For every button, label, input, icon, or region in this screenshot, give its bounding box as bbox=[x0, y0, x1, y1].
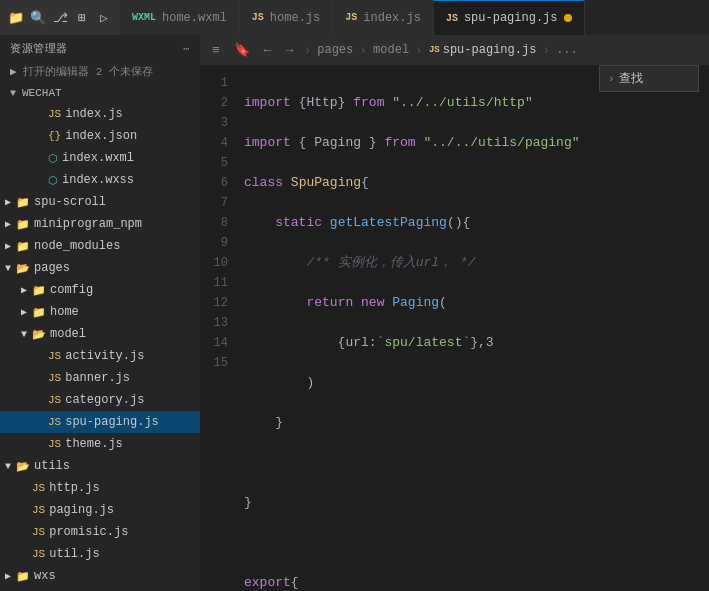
list-item[interactable]: ▼ 📂 pages bbox=[0, 257, 200, 279]
folder-icon: 📂 bbox=[16, 460, 30, 473]
breadcrumb-model[interactable]: model bbox=[373, 43, 409, 57]
tab-label: home.js bbox=[270, 11, 320, 25]
folder-icon: 📁 bbox=[32, 306, 46, 319]
tab-label: index.js bbox=[363, 11, 421, 25]
folder-label: model bbox=[50, 327, 86, 341]
code-line: export{ bbox=[244, 573, 709, 591]
nav-sep: › bbox=[415, 43, 423, 58]
sidebar: 资源管理器 ⋯ ▶ 打开的编辑器 2 个未保存 ▼ WECHAT JS inde… bbox=[0, 35, 200, 591]
open-editors-label: ▶ 打开的编辑器 2 个未保存 bbox=[0, 62, 200, 83]
list-item[interactable]: ▶ 📁 home bbox=[0, 301, 200, 323]
search-label: 查找 bbox=[619, 70, 643, 87]
js-file-icon: JS bbox=[446, 13, 458, 24]
code-editor[interactable]: import {Http} from "../../utils/http" im… bbox=[236, 65, 709, 591]
wxml-file-icon: ⬡ bbox=[48, 152, 58, 165]
folder-label: spu-scroll bbox=[34, 195, 106, 209]
debug-icon[interactable]: ▷ bbox=[96, 10, 112, 26]
collapse-arrow: ▶ bbox=[0, 240, 16, 252]
folder-icon: 📁 bbox=[16, 240, 30, 253]
js-file-icon: JS bbox=[345, 12, 357, 23]
file-label: index.wxml bbox=[62, 151, 134, 165]
wechat-section[interactable]: ▼ WECHAT bbox=[0, 83, 200, 103]
forward-button[interactable]: → bbox=[282, 41, 298, 60]
extensions-icon[interactable]: ⊞ bbox=[74, 10, 90, 26]
folder-icon: 📂 bbox=[16, 262, 30, 275]
list-item[interactable]: ▶ 📁 wxs bbox=[0, 565, 200, 587]
file-icon[interactable]: 📁 bbox=[8, 10, 24, 26]
back-button[interactable]: ← bbox=[260, 41, 276, 60]
folder-label: miniprogram_npm bbox=[34, 217, 142, 231]
js-file-icon: JS bbox=[32, 482, 45, 494]
js-file-icon: JS bbox=[48, 108, 61, 120]
tab-home-wxml[interactable]: WXML home.wxml bbox=[120, 0, 240, 35]
folder-label: wxs bbox=[34, 569, 56, 583]
file-label: activity.js bbox=[65, 349, 144, 363]
expand-arrow: ▼ bbox=[0, 263, 16, 274]
list-item[interactable]: ▼ 📂 utils bbox=[0, 455, 200, 477]
list-item[interactable]: ▼ 📂 model bbox=[0, 323, 200, 345]
list-item[interactable]: JS spu-paging.js bbox=[0, 411, 200, 433]
breadcrumb-pages[interactable]: pages bbox=[317, 43, 353, 57]
list-item[interactable]: JS util.js bbox=[0, 543, 200, 565]
collapse-arrow: ▶ bbox=[16, 306, 32, 318]
tab-index-js[interactable]: JS index.js bbox=[333, 0, 434, 35]
list-item[interactable]: JS activity.js bbox=[0, 345, 200, 367]
folder-label: home bbox=[50, 305, 79, 319]
code-line bbox=[244, 533, 709, 553]
folder-label: utils bbox=[34, 459, 70, 473]
more-icon[interactable]: ⋯ bbox=[183, 42, 190, 55]
list-item[interactable]: JS category.js bbox=[0, 389, 200, 411]
folder-icon: 📁 bbox=[32, 284, 46, 297]
file-label: spu-paging.js bbox=[65, 415, 159, 429]
section-label: WECHAT bbox=[22, 87, 62, 99]
list-item[interactable]: JS index.js bbox=[0, 103, 200, 125]
collapse-arrow: ▶ bbox=[0, 196, 16, 208]
sidebar-header-icons: ⋯ bbox=[183, 42, 190, 55]
bookmark-icon[interactable]: 🔖 bbox=[230, 40, 254, 60]
search-panel: › 查找 bbox=[599, 65, 699, 92]
list-item[interactable]: JS banner.js bbox=[0, 367, 200, 389]
title-bar: 📁 🔍 ⎇ ⊞ ▷ WXML home.wxml JS home.js JS i… bbox=[0, 0, 709, 35]
code-line: ) bbox=[244, 373, 709, 393]
file-tree: JS index.js {} index.json ⬡ index.wxml bbox=[0, 103, 200, 591]
list-item[interactable]: ▶ 📁 spu-scroll bbox=[0, 191, 200, 213]
code-line: class SpuPaging{ bbox=[244, 173, 709, 193]
folder-label: comfig bbox=[50, 283, 93, 297]
js-file-icon: JS bbox=[48, 372, 61, 384]
menu-icon[interactable]: ≡ bbox=[208, 41, 224, 60]
collapse-arrow: ▶ bbox=[16, 284, 32, 296]
file-label: util.js bbox=[49, 547, 99, 561]
file-label: category.js bbox=[65, 393, 144, 407]
main-layout: 资源管理器 ⋯ ▶ 打开的编辑器 2 个未保存 ▼ WECHAT JS inde… bbox=[0, 35, 709, 591]
tab-home-js[interactable]: JS home.js bbox=[240, 0, 333, 35]
js-file-icon: JS bbox=[48, 350, 61, 362]
list-item[interactable]: ▶ 📁 comfig bbox=[0, 279, 200, 301]
list-item[interactable]: ⬡ index.wxss bbox=[0, 169, 200, 191]
code-line: {url:`spu/latest`},3 bbox=[244, 333, 709, 353]
folder-label: pages bbox=[34, 261, 70, 275]
nav-sep: › bbox=[542, 43, 550, 58]
list-item[interactable]: JS http.js bbox=[0, 477, 200, 499]
git-icon[interactable]: ⎇ bbox=[52, 10, 68, 26]
list-item[interactable]: ⬡ index.wxml bbox=[0, 147, 200, 169]
editor-content: 1 2 3 4 5 6 7 8 9 10 11 12 13 14 15 impo… bbox=[200, 65, 709, 591]
list-item[interactable]: {} index.json bbox=[0, 125, 200, 147]
list-item[interactable]: ▶ 📁 node_modules bbox=[0, 235, 200, 257]
breadcrumb-file[interactable]: JS spu-paging.js bbox=[429, 43, 536, 57]
list-item[interactable]: JS promisic.js bbox=[0, 521, 200, 543]
js-icon-small: JS bbox=[429, 45, 440, 55]
nav-sep: › bbox=[359, 43, 367, 58]
tab-spu-paging-js[interactable]: JS spu-paging.js bbox=[434, 0, 585, 35]
line-numbers: 1 2 3 4 5 6 7 8 9 10 11 12 13 14 15 bbox=[200, 65, 236, 591]
search-icon[interactable]: 🔍 bbox=[30, 10, 46, 26]
open-editors-text: 打开的编辑器 2 个未保存 bbox=[23, 66, 153, 78]
list-item[interactable]: JS theme.js bbox=[0, 433, 200, 455]
folder-icon: 📁 bbox=[16, 218, 30, 231]
file-label: theme.js bbox=[65, 437, 123, 451]
js-file-icon: JS bbox=[252, 12, 264, 23]
list-item[interactable]: JS paging.js bbox=[0, 499, 200, 521]
code-line: import {Http} from "../../utils/http" bbox=[244, 93, 709, 113]
chevron-icon[interactable]: › bbox=[608, 73, 615, 85]
code-line: /** 实例化，传入url， */ bbox=[244, 253, 709, 273]
list-item[interactable]: ▶ 📁 miniprogram_npm bbox=[0, 213, 200, 235]
